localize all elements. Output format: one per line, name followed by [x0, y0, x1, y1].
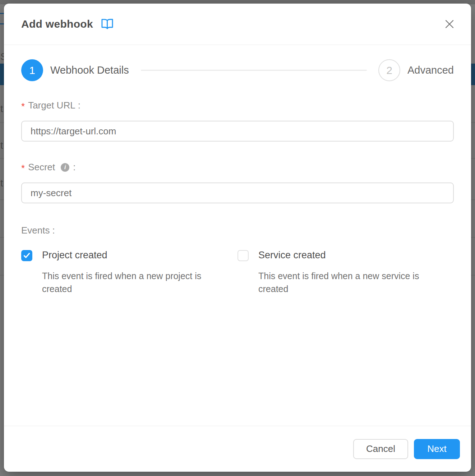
steps-connector-line [141, 70, 367, 71]
event-texts: Service created This event is fired when… [258, 250, 429, 295]
events-label: Events : [21, 225, 454, 236]
secret-colon: : [73, 162, 75, 173]
secret-label-text: Secret [28, 162, 55, 173]
modal-title-group: Add webhook [21, 18, 114, 30]
close-icon[interactable] [442, 17, 457, 31]
next-button[interactable]: Next [414, 439, 460, 459]
steps-indicator: 1 Webhook Details 2 Advanced [21, 59, 454, 81]
step-1-label: Webhook Details [50, 64, 129, 76]
required-asterisk: * [21, 101, 25, 112]
event-title[interactable]: Project created [42, 250, 213, 261]
screen: S t t t Add webhook [0, 0, 475, 476]
step-1-circle: 1 [21, 59, 43, 81]
modal-body: 1 Webhook Details 2 Advanced * Target UR… [4, 45, 471, 426]
events-options: Project created This event is fired when… [21, 250, 454, 295]
target-url-input[interactable] [21, 121, 454, 142]
event-option-project-created: Project created This event is fired when… [21, 250, 238, 295]
add-webhook-modal: Add webhook 1 Webhook Details [4, 4, 471, 472]
step-2-label: Advanced [407, 64, 454, 76]
modal-header: Add webhook [4, 4, 471, 45]
step-advanced: 2 Advanced [378, 59, 454, 81]
event-description: This event is fired when a new service i… [258, 269, 429, 295]
step-webhook-details: 1 Webhook Details [21, 59, 129, 81]
events-colon: : [52, 225, 55, 236]
event-option-service-created: Service created This event is fired when… [238, 250, 454, 295]
modal-footer: Cancel Next [4, 426, 471, 472]
event-texts: Project created This event is fired when… [42, 250, 213, 295]
target-url-field-group: * Target URL : [21, 100, 454, 142]
target-url-label-text: Target URL [28, 100, 75, 111]
documentation-book-icon[interactable] [101, 18, 114, 30]
event-description: This event is fired when a new project i… [42, 269, 213, 295]
required-asterisk: * [21, 163, 25, 174]
secret-field-group: * Secret i : [21, 162, 454, 203]
cancel-button[interactable]: Cancel [353, 439, 408, 459]
target-url-label: * Target URL : [21, 100, 454, 111]
modal-title: Add webhook [21, 18, 93, 30]
secret-label: * Secret i : [21, 162, 454, 173]
checkbox-service-created[interactable] [238, 250, 249, 261]
event-title[interactable]: Service created [258, 250, 429, 261]
step-2-circle: 2 [378, 59, 400, 81]
checkbox-project-created[interactable] [21, 250, 32, 261]
events-label-text: Events [21, 225, 50, 236]
target-url-colon: : [78, 100, 80, 111]
secret-input[interactable] [21, 182, 454, 203]
info-icon[interactable]: i [61, 163, 69, 172]
